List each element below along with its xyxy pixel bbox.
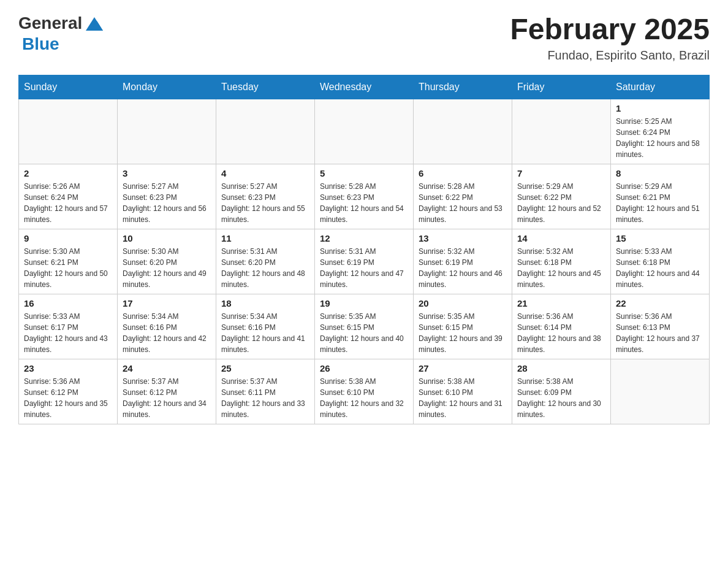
- col-tuesday: Tuesday: [216, 75, 315, 99]
- day-number: 5: [320, 168, 408, 178]
- day-info: Sunrise: 5:26 AM Sunset: 6:24 PM Dayligh…: [24, 181, 112, 225]
- day-number: 25: [221, 363, 309, 373]
- calendar-cell: 21Sunrise: 5:36 AM Sunset: 6:14 PM Dayli…: [512, 294, 611, 359]
- day-info: Sunrise: 5:36 AM Sunset: 6:13 PM Dayligh…: [616, 311, 704, 355]
- calendar-cell: 20Sunrise: 5:35 AM Sunset: 6:15 PM Dayli…: [414, 294, 512, 359]
- calendar-cell: 17Sunrise: 5:34 AM Sunset: 6:16 PM Dayli…: [118, 294, 216, 359]
- calendar-cell: 14Sunrise: 5:32 AM Sunset: 6:18 PM Dayli…: [512, 229, 611, 294]
- day-info: Sunrise: 5:31 AM Sunset: 6:20 PM Dayligh…: [221, 246, 309, 290]
- title-section: February 2025 Fundao, Espirito Santo, Br…: [510, 12, 710, 63]
- calendar-cell: 5Sunrise: 5:28 AM Sunset: 6:23 PM Daylig…: [315, 164, 414, 229]
- day-number: 6: [419, 168, 507, 178]
- day-info: Sunrise: 5:28 AM Sunset: 6:23 PM Dayligh…: [320, 181, 408, 225]
- day-number: 21: [517, 298, 605, 308]
- day-info: Sunrise: 5:25 AM Sunset: 6:24 PM Dayligh…: [616, 116, 704, 160]
- calendar-cell: 28Sunrise: 5:38 AM Sunset: 6:09 PM Dayli…: [512, 359, 611, 424]
- day-info: Sunrise: 5:35 AM Sunset: 6:15 PM Dayligh…: [419, 311, 507, 355]
- day-number: 10: [123, 233, 211, 243]
- calendar-cell: [216, 99, 315, 164]
- col-monday: Monday: [118, 75, 216, 99]
- day-info: Sunrise: 5:27 AM Sunset: 6:23 PM Dayligh…: [221, 181, 309, 225]
- calendar-week-row: 2Sunrise: 5:26 AM Sunset: 6:24 PM Daylig…: [19, 164, 710, 229]
- day-number: 18: [221, 298, 309, 308]
- day-info: Sunrise: 5:36 AM Sunset: 6:12 PM Dayligh…: [24, 376, 112, 420]
- calendar-cell: 6Sunrise: 5:28 AM Sunset: 6:22 PM Daylig…: [414, 164, 512, 229]
- calendar-cell: 26Sunrise: 5:38 AM Sunset: 6:10 PM Dayli…: [315, 359, 414, 424]
- day-info: Sunrise: 5:34 AM Sunset: 6:16 PM Dayligh…: [123, 311, 211, 355]
- calendar-title: February 2025: [510, 12, 710, 46]
- day-info: Sunrise: 5:28 AM Sunset: 6:22 PM Dayligh…: [419, 181, 507, 225]
- day-info: Sunrise: 5:32 AM Sunset: 6:18 PM Dayligh…: [517, 246, 605, 290]
- calendar-week-row: 23Sunrise: 5:36 AM Sunset: 6:12 PM Dayli…: [19, 359, 710, 424]
- calendar-cell: 23Sunrise: 5:36 AM Sunset: 6:12 PM Dayli…: [19, 359, 118, 424]
- day-info: Sunrise: 5:32 AM Sunset: 6:19 PM Dayligh…: [419, 246, 507, 290]
- col-saturday: Saturday: [611, 75, 710, 99]
- calendar-week-row: 9Sunrise: 5:30 AM Sunset: 6:21 PM Daylig…: [19, 229, 710, 294]
- day-number: 1: [616, 103, 704, 113]
- day-number: 17: [123, 298, 211, 308]
- day-info: Sunrise: 5:33 AM Sunset: 6:18 PM Dayligh…: [616, 246, 704, 290]
- calendar-cell: 12Sunrise: 5:31 AM Sunset: 6:19 PM Dayli…: [315, 229, 414, 294]
- day-info: Sunrise: 5:36 AM Sunset: 6:14 PM Dayligh…: [517, 311, 605, 355]
- calendar-cell: 27Sunrise: 5:38 AM Sunset: 6:10 PM Dayli…: [414, 359, 512, 424]
- col-friday: Friday: [512, 75, 611, 99]
- day-number: 19: [320, 298, 408, 308]
- day-info: Sunrise: 5:38 AM Sunset: 6:10 PM Dayligh…: [419, 376, 507, 420]
- day-info: Sunrise: 5:30 AM Sunset: 6:21 PM Dayligh…: [24, 246, 112, 290]
- calendar-cell: 15Sunrise: 5:33 AM Sunset: 6:18 PM Dayli…: [611, 229, 710, 294]
- day-number: 11: [221, 233, 309, 243]
- logo-blue-text: Blue: [22, 34, 59, 54]
- calendar-cell: 11Sunrise: 5:31 AM Sunset: 6:20 PM Dayli…: [216, 229, 315, 294]
- day-number: 12: [320, 233, 408, 243]
- day-number: 22: [616, 298, 704, 308]
- col-wednesday: Wednesday: [315, 75, 414, 99]
- calendar-cell: 7Sunrise: 5:29 AM Sunset: 6:22 PM Daylig…: [512, 164, 611, 229]
- calendar-week-row: 16Sunrise: 5:33 AM Sunset: 6:17 PM Dayli…: [19, 294, 710, 359]
- calendar-cell: 18Sunrise: 5:34 AM Sunset: 6:16 PM Dayli…: [216, 294, 315, 359]
- calendar-cell: 8Sunrise: 5:29 AM Sunset: 6:21 PM Daylig…: [611, 164, 710, 229]
- day-number: 20: [419, 298, 507, 308]
- calendar-cell: 3Sunrise: 5:27 AM Sunset: 6:23 PM Daylig…: [118, 164, 216, 229]
- day-info: Sunrise: 5:38 AM Sunset: 6:09 PM Dayligh…: [517, 376, 605, 420]
- calendar-table: Sunday Monday Tuesday Wednesday Thursday…: [18, 75, 710, 424]
- day-info: Sunrise: 5:29 AM Sunset: 6:22 PM Dayligh…: [517, 181, 605, 225]
- calendar-cell: 9Sunrise: 5:30 AM Sunset: 6:21 PM Daylig…: [19, 229, 118, 294]
- day-info: Sunrise: 5:27 AM Sunset: 6:23 PM Dayligh…: [123, 181, 211, 225]
- calendar-cell: 24Sunrise: 5:37 AM Sunset: 6:12 PM Dayli…: [118, 359, 216, 424]
- day-info: Sunrise: 5:31 AM Sunset: 6:19 PM Dayligh…: [320, 246, 408, 290]
- day-number: 13: [419, 233, 507, 243]
- day-number: 3: [123, 168, 211, 178]
- calendar-cell: [19, 99, 118, 164]
- day-number: 7: [517, 168, 605, 178]
- calendar-cell: 1Sunrise: 5:25 AM Sunset: 6:24 PM Daylig…: [611, 99, 710, 164]
- day-number: 2: [24, 168, 112, 178]
- day-number: 28: [517, 363, 605, 373]
- col-sunday: Sunday: [19, 75, 118, 99]
- calendar-cell: [611, 359, 710, 424]
- day-info: Sunrise: 5:33 AM Sunset: 6:17 PM Dayligh…: [24, 311, 112, 355]
- calendar-subtitle: Fundao, Espirito Santo, Brazil: [510, 48, 710, 63]
- day-number: 26: [320, 363, 408, 373]
- day-number: 16: [24, 298, 112, 308]
- day-number: 9: [24, 233, 112, 243]
- logo-general-text: General: [18, 13, 82, 33]
- calendar-cell: [315, 99, 414, 164]
- col-thursday: Thursday: [414, 75, 512, 99]
- calendar-cell: [118, 99, 216, 164]
- day-number: 8: [616, 168, 704, 178]
- page-header: General Blue February 2025 Fundao, Espir…: [18, 12, 710, 63]
- calendar-cell: 16Sunrise: 5:33 AM Sunset: 6:17 PM Dayli…: [19, 294, 118, 359]
- day-info: Sunrise: 5:37 AM Sunset: 6:11 PM Dayligh…: [221, 376, 309, 420]
- day-number: 24: [123, 363, 211, 373]
- calendar-cell: 25Sunrise: 5:37 AM Sunset: 6:11 PM Dayli…: [216, 359, 315, 424]
- day-info: Sunrise: 5:37 AM Sunset: 6:12 PM Dayligh…: [123, 376, 211, 420]
- calendar-cell: [414, 99, 512, 164]
- calendar-cell: 10Sunrise: 5:30 AM Sunset: 6:20 PM Dayli…: [118, 229, 216, 294]
- calendar-week-row: 1Sunrise: 5:25 AM Sunset: 6:24 PM Daylig…: [19, 99, 710, 164]
- calendar-cell: 2Sunrise: 5:26 AM Sunset: 6:24 PM Daylig…: [19, 164, 118, 229]
- logo: General Blue: [18, 12, 105, 54]
- day-number: 4: [221, 168, 309, 178]
- day-info: Sunrise: 5:29 AM Sunset: 6:21 PM Dayligh…: [616, 181, 704, 225]
- calendar-cell: [512, 99, 611, 164]
- calendar-cell: 4Sunrise: 5:27 AM Sunset: 6:23 PM Daylig…: [216, 164, 315, 229]
